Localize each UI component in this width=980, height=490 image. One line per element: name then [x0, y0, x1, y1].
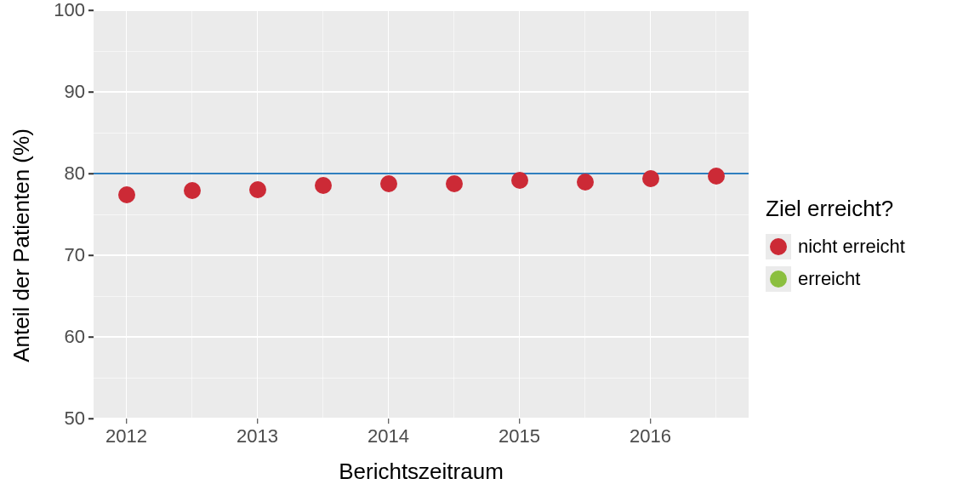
legend-label: nicht erreicht [798, 236, 905, 258]
y-tick-label: 80 [43, 162, 85, 185]
x-tick-mark [257, 419, 259, 424]
gridline-v [388, 10, 390, 419]
chart-container: Anteil der Patienten (%) Berichtszeitrau… [0, 0, 980, 490]
legend-title: Ziel erreicht? [766, 196, 905, 222]
y-tick-mark [88, 173, 94, 174]
x-tick-mark [519, 419, 521, 424]
gridline-v-minor [715, 10, 716, 419]
legend-label: erreicht [798, 268, 860, 290]
gridline-v [257, 10, 259, 419]
x-tick-mark [126, 419, 128, 424]
x-tick-label: 2015 [486, 425, 554, 447]
gridline-v [650, 10, 652, 419]
y-tick-mark [88, 91, 94, 93]
legend-item-erreicht: erreicht [766, 266, 905, 292]
gridline-v-minor [584, 10, 585, 419]
circle-icon [770, 271, 787, 288]
legend-key [766, 234, 791, 259]
y-tick-label: 100 [43, 0, 85, 21]
x-tick-mark [650, 419, 652, 424]
gridline-v [126, 10, 128, 419]
y-axis-title-text: Anteil der Patienten (%) [9, 128, 35, 362]
y-tick-mark [88, 336, 94, 338]
data-point [249, 181, 266, 198]
legend-key [766, 266, 791, 292]
gridline-v [519, 10, 521, 419]
gridline-v-minor [322, 10, 323, 419]
x-tick-label: 2016 [617, 425, 685, 447]
gridline-v-minor [453, 10, 454, 419]
data-point [184, 182, 201, 199]
y-tick-mark [88, 9, 94, 11]
plot-panel [94, 10, 749, 419]
data-point [380, 175, 397, 192]
y-axis-title: Anteil der Patienten (%) [9, 0, 34, 490]
data-point [708, 168, 725, 185]
gridline-v-minor [191, 10, 192, 419]
y-tick-label: 50 [43, 407, 85, 430]
data-point [315, 177, 332, 194]
x-axis-title: Berichtszeitraum [94, 459, 749, 485]
x-tick-label: 2012 [93, 425, 161, 447]
x-tick-label: 2014 [355, 425, 423, 447]
data-point [118, 186, 135, 203]
x-tick-mark [388, 419, 390, 424]
legend-item-nicht-erreicht: nicht erreicht [766, 234, 905, 259]
y-tick-mark [88, 254, 94, 256]
y-tick-mark [88, 418, 94, 419]
y-tick-label: 90 [43, 81, 85, 103]
circle-icon [770, 238, 787, 255]
legend: Ziel erreicht? nicht erreicht erreicht [766, 0, 905, 490]
data-point [577, 174, 594, 191]
x-tick-label: 2013 [224, 425, 292, 447]
data-point [446, 175, 463, 192]
y-tick-label: 70 [43, 244, 85, 266]
y-tick-label: 60 [43, 326, 85, 348]
data-point [511, 172, 528, 189]
x-axis-title-text: Berichtszeitraum [339, 459, 504, 484]
data-point [642, 170, 659, 187]
